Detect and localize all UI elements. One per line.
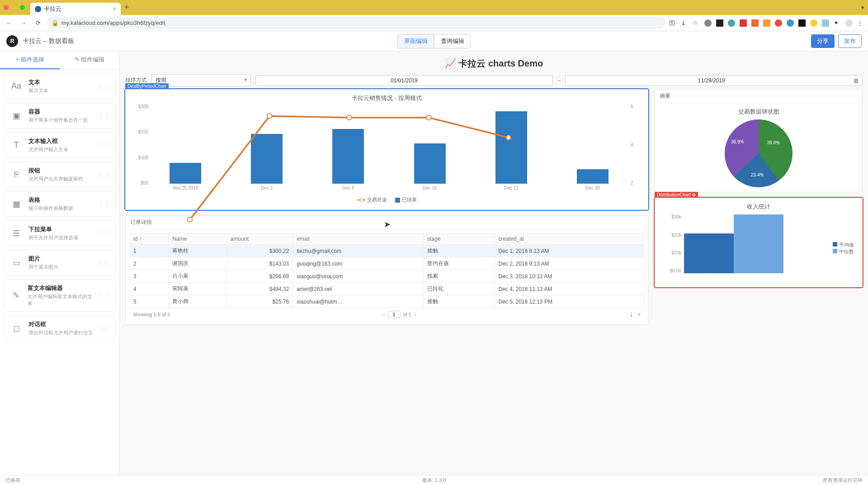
component-item[interactable]: Aa 文本 展示文本 ⋮⋮ [4,73,116,99]
drag-handle-icon[interactable]: ⋮⋮ [98,292,111,299]
svg-point-1 [267,114,272,119]
table-header[interactable]: email [293,233,424,245]
close-window-icon[interactable] [4,5,9,10]
share-button[interactable]: 分享 [811,34,835,48]
close-tab-icon[interactable]: × [113,5,116,12]
component-label: DealByPeriodChart [125,83,169,89]
drag-handle-icon[interactable]: ⋮⋮ [98,201,111,207]
mode-tab-group: 界面编辑 查询编辑 [397,34,471,48]
component-item[interactable]: ▦ 表格 展示和操作表格数据 ⋮⋮ [4,191,116,217]
drag-handle-icon[interactable]: ⋮⋮ [98,83,111,90]
distribution-chart[interactable]: 收入统计 $30k$20k$10k$0.00 平均值 中位数 [655,198,863,287]
component-sidebar: + 组件选择 ✎ 组件编辑 Aa 文本 展示文本 ⋮⋮▣ 容器 用于将多个组件集… [0,51,120,475]
page-input[interactable] [388,311,401,318]
ext-icon[interactable] [751,19,759,27]
table-header[interactable]: id ↑ [130,233,169,245]
component-item[interactable]: ⎘ 按钮 允许用户点击并触发操作 ⋮⋮ [4,162,116,187]
drag-handle-icon[interactable]: ⋮⋮ [98,230,111,237]
ext-icon[interactable] [740,19,747,27]
component-sub: 允许用户点击并触发操作 [28,176,83,182]
component-item[interactable]: ◻ 对话框 弹出对话框允许用户进行交互 ⋮⋮ [4,315,116,341]
component-title: 富文本编辑器 [28,284,94,292]
back-icon[interactable]: ← [4,18,14,29]
component-sub: 弹出对话框允许用户进行交互 [28,329,93,336]
component-label-error: DistributionChart ⚙ [655,192,698,198]
component-sub: 用于允许用户选择选项 [28,234,78,241]
table-header[interactable]: amount [226,233,292,245]
x-label: Dec 2 [261,185,273,195]
table-row[interactable]: 5黄小帅$25.76xiaoshuai@hotm…接触Dec 5, 2018 1… [130,295,644,308]
bar [251,134,283,184]
x-label: Nov 25 2018 [173,185,198,195]
extensions-icon[interactable]: ✦ [834,19,841,27]
svg-point-3 [426,115,431,120]
table-row[interactable]: 1蒋铁柱$300.22tiezhu@gmail.com接触Dec 1, 2018… [130,245,644,257]
bar [170,163,201,184]
deal-by-period-chart[interactable]: 卡拉云销售情况 - 按周模式 $200$150$100$50 642 [125,89,648,210]
x-label: Dec 9 [342,185,354,195]
component-item[interactable]: ▣ 容器 用于将多个组件集合在一起 ⋮⋮ [4,103,116,128]
ext-icon[interactable] [787,19,794,27]
prev-page-icon[interactable]: ‹ [383,312,385,317]
drag-handle-icon[interactable]: ⋮⋮ [98,113,111,119]
component-item[interactable]: ✎ 富文本编辑器 允许用户编辑富文本格式的文本 ⋮⋮ [4,279,116,312]
browser-tab[interactable]: 卡拉云 × [30,3,121,15]
table-header[interactable]: Name [169,233,226,245]
date-range-dash: – [557,77,561,84]
reload-icon[interactable]: ⟳ [33,18,43,29]
component-item[interactable]: ☰ 下拉菜单 用于允许用户选择选项 ⋮⋮ [4,220,116,246]
sidebar-tab-choose[interactable]: + 组件选择 [0,51,60,69]
minimize-window-icon[interactable] [12,5,17,10]
download-icon[interactable]: ⭳ [629,312,634,317]
drag-handle-icon[interactable]: ⋮⋮ [98,171,111,178]
canvas-area[interactable]: 📈 卡拉云 charts Demo 排序方式 按周 01/01/2019 – 1… [120,51,868,475]
ext-icon[interactable] [810,19,817,27]
table-row[interactable]: 3吕小果$266.69xiaoguo@sina.com线索Dec 3, 2018… [130,270,644,283]
orders-panel[interactable]: 订单详情 id ↑Nameamountemailstagecreated_at … [125,215,648,325]
menu-icon[interactable]: ⋮ [857,19,864,27]
component-icon: ☰ [9,227,24,240]
chart-title: 卡拉云销售情况 - 按周模式 [132,94,642,102]
table-header[interactable]: stage [424,233,495,245]
ext-icon[interactable] [763,19,770,27]
table-row[interactable]: 2谢国庆$143.03guoqing@163.com签约在途Dec 2, 201… [130,257,644,270]
sidebar-tab-edit[interactable]: ✎ 组件编辑 [60,51,119,69]
drag-handle-icon[interactable]: ⋮⋮ [98,142,111,148]
ext-icon[interactable] [822,19,829,27]
forward-icon[interactable]: → [18,18,29,29]
tab-ui-edit[interactable]: 界面编辑 [398,34,434,48]
new-tab-icon[interactable]: + [124,3,129,12]
profile-icon[interactable] [845,19,853,27]
component-item[interactable]: ▭ 图片 用于展示图片 ⋮⋮ [4,250,116,276]
star-icon[interactable]: ☆ [693,19,700,27]
filter-icon[interactable]: ⑂ [638,312,641,317]
drag-handle-icon[interactable]: ⋮⋮ [98,260,111,266]
date-to-input[interactable]: 11/29/2019 ▦ [565,75,863,86]
drag-handle-icon[interactable]: ⋮⋮ [98,325,111,332]
ext-icon[interactable] [716,19,723,27]
table-row[interactable]: 4宋阿美$494.32amei@263.net已转化Dec 4, 2018 11… [130,283,644,295]
table-header[interactable]: created_at [495,233,644,245]
tab-query-edit[interactable]: 查询编辑 [434,34,471,48]
maximize-window-icon[interactable] [20,5,25,10]
url-input[interactable]: 🔒 my.kalacloud.com/apps/pku3h6fzyq/edit [47,17,665,29]
pie-slice-label: 39.8% [767,140,780,145]
publish-button[interactable]: 发布 [838,34,862,48]
ext-icon[interactable] [798,19,806,27]
chevron-down-icon[interactable]: ▾ [861,4,864,11]
next-page-icon[interactable]: › [414,312,416,317]
app-logo-icon[interactable]: R [6,35,18,47]
summary-panel[interactable]: 摘要 交易数据饼状图 39.8% 23.4% 36.9% [655,89,863,192]
ext-icon[interactable] [728,19,735,27]
url-text: my.kalacloud.com/apps/pku3h6fzyq/edit [61,19,165,26]
component-icon: T [9,138,24,152]
install-icon[interactable]: ⤓ [681,19,688,27]
key-icon[interactable]: ⚿ [669,19,676,27]
ext-icon[interactable] [704,19,712,27]
component-item[interactable]: T 文本输入框 允许用户输入文本 ⋮⋮ [4,132,116,158]
legend-line: 交易在途 [357,196,387,203]
calendar-icon[interactable]: ▦ [854,77,859,84]
bar [414,143,446,184]
date-from-input[interactable]: 01/01/2019 [255,75,553,86]
ext-icon[interactable] [775,19,782,27]
